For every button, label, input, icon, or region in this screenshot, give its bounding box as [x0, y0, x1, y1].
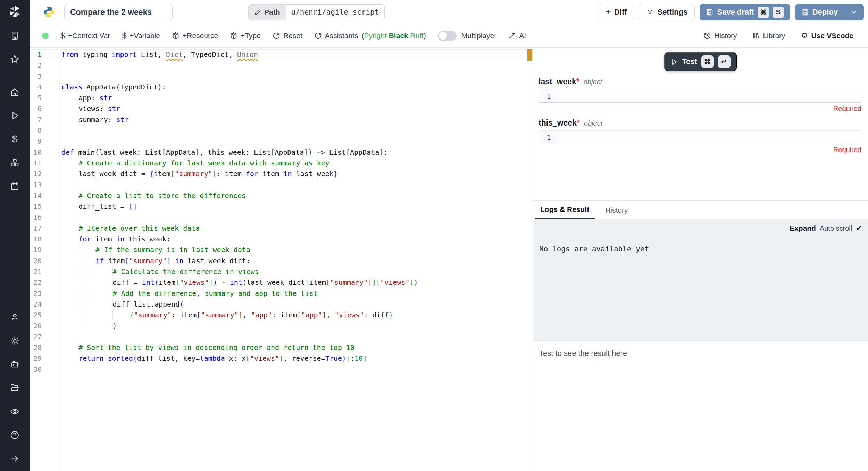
path-group[interactable]: Path u/henri/agile_script [248, 4, 385, 20]
toggle-knob [439, 32, 447, 40]
logs-section: Expand Auto scroll ✔ No logs are availab… [533, 219, 868, 341]
collapse-arrow-icon[interactable] [7, 451, 23, 466]
folders-folder-icon[interactable] [7, 380, 23, 395]
editor-toolbar: $ +Context Var $ +Variable +Resource +Ty… [30, 24, 868, 48]
autoscroll-label[interactable]: Auto scroll [820, 224, 852, 232]
code-line[interactable]: 21 # Calculate the difference in views [30, 266, 533, 277]
code-line[interactable]: 1from typing import List, Dict, TypedDic… [30, 49, 533, 60]
ruff-status: Ruff [410, 32, 424, 40]
code-line[interactable]: 8 [30, 125, 533, 136]
path-edit-button[interactable]: Path [249, 5, 286, 20]
code-line[interactable]: 16 [30, 212, 533, 223]
code-line[interactable]: 23 # Add the difference, summary and app… [30, 288, 533, 299]
windmill-logo-icon[interactable] [7, 4, 23, 19]
code-line[interactable]: 5 app: str [30, 93, 533, 103]
resources-boxes-icon[interactable] [7, 155, 23, 170]
line-number: 28 [30, 342, 60, 353]
line-number: 6 [30, 103, 60, 114]
script-title-input[interactable]: Compare the 2 weeks [64, 4, 173, 20]
use-vscode-button[interactable]: Use VScode [801, 32, 853, 40]
code-line[interactable]: 4class AppData(TypedDict): [30, 82, 533, 93]
code-line[interactable]: 3 [30, 71, 533, 82]
python-language-icon [43, 6, 55, 18]
autoscroll-checkmark-icon[interactable]: ✔ [856, 224, 862, 232]
tab-history[interactable]: History [600, 201, 633, 219]
code-editor[interactable]: 1from typing import List, Dict, TypedDic… [30, 48, 533, 471]
settings-gear-icon[interactable] [7, 333, 23, 348]
arg-json-input[interactable] [559, 131, 861, 144]
code-line[interactable]: 25 {"summary": item["summary"], "app": i… [30, 310, 533, 320]
code-line[interactable]: 10def main(last_week: List[AppData], thi… [30, 147, 533, 158]
status-dot [42, 33, 49, 39]
overview-ruler-warning-marker [527, 49, 532, 61]
code-line[interactable]: 27 [30, 332, 533, 342]
code-line[interactable]: 6 views: str [30, 103, 533, 114]
line-number: 12 [30, 169, 60, 179]
line-number: 20 [30, 256, 60, 266]
code-line[interactable]: 20 if item["summary"] in last_week_dict: [30, 256, 533, 266]
code-line[interactable]: 9 [30, 136, 533, 147]
assistants-button[interactable]: Assistants [314, 32, 358, 40]
code-area[interactable]: 1from typing import List, Dict, TypedDic… [30, 49, 533, 375]
favorites-star-icon[interactable] [7, 51, 23, 67]
settings-button[interactable]: Settings [639, 4, 695, 20]
arg-json-editor[interactable]: 1 [539, 130, 861, 144]
library-button[interactable]: Library [752, 32, 785, 40]
test-panel: Test ⌘ ↵ last_week* object 1 Required [533, 48, 868, 471]
code-line[interactable]: 14 # Create a list to store the differen… [30, 190, 533, 201]
runs-play-icon[interactable] [7, 108, 23, 123]
code-line[interactable]: 26 ) [30, 320, 533, 331]
line-number: 4 [30, 82, 60, 93]
code-line[interactable]: 29 return sorted(diff_list, key=lambda x… [30, 353, 533, 364]
ai-button[interactable]: AI [508, 32, 526, 40]
tab-logs-result[interactable]: Logs & Result [535, 201, 595, 219]
code-line[interactable]: 7 summary: str [30, 114, 533, 125]
sidebar: $ [0, 0, 30, 471]
code-line[interactable]: 22 diff = int(item["views"]) - int(last_… [30, 277, 533, 288]
code-line[interactable]: 12 last_week_dict = {item["summary"]: it… [30, 169, 533, 179]
enter-key-badge: ↵ [718, 55, 731, 68]
variables-dollar-icon[interactable]: $ [7, 131, 23, 147]
schedules-calendar-icon[interactable] [7, 179, 23, 194]
line-number: 11 [30, 158, 60, 169]
help-question-icon[interactable] [7, 427, 23, 443]
line-number: 25 [30, 310, 60, 320]
code-line[interactable]: 18 for item in this_week: [30, 234, 533, 245]
multiplayer-toggle[interactable] [438, 31, 457, 41]
line-number: 30 [30, 364, 60, 375]
required-badge: Required [539, 146, 861, 154]
line-number: 13 [30, 180, 60, 190]
arg-type: object [584, 119, 602, 127]
add-variable-button[interactable]: $ +Variable [122, 31, 160, 41]
deploy-button[interactable]: Deploy [795, 4, 864, 20]
code-line[interactable]: 11 # Create a dictionary for last_week d… [30, 158, 533, 169]
audit-eye-icon[interactable] [7, 404, 23, 419]
diff-button[interactable]: ± Diff [599, 4, 634, 20]
save-draft-button[interactable]: Save draft ⌘ S [700, 4, 790, 20]
arg-json-input[interactable] [559, 89, 861, 102]
code-line[interactable]: 13 [30, 180, 533, 190]
add-type-button[interactable]: +Type [230, 32, 261, 40]
expand-button[interactable]: Expand [790, 224, 816, 232]
test-button[interactable]: Test ⌘ ↵ [664, 52, 737, 71]
history-button[interactable]: History [703, 32, 737, 40]
package-icon [230, 32, 237, 40]
reset-button[interactable]: Reset [273, 32, 302, 40]
arg-line-number: 1 [539, 89, 559, 102]
code-line[interactable]: 15 diff_list = [] [30, 201, 533, 212]
add-resource-button[interactable]: +Resource [172, 32, 218, 40]
line-number: 16 [30, 212, 60, 223]
code-line[interactable]: 17 # Iterate over this_week data [30, 223, 533, 234]
arg-json-editor[interactable]: 1 [539, 89, 861, 103]
line-number: 17 [30, 223, 60, 234]
workers-robot-icon[interactable] [7, 357, 23, 372]
add-context-var-button[interactable]: $ +Context Var [60, 31, 110, 41]
code-line[interactable]: 2 [30, 60, 533, 71]
code-line[interactable]: 19 # If the summary is in last_week data [30, 245, 533, 255]
home-icon[interactable] [7, 84, 23, 100]
workspace-building-icon[interactable] [7, 28, 23, 43]
code-line[interactable]: 24 diff_list.append( [30, 299, 533, 310]
code-line[interactable]: 30 [30, 364, 533, 375]
code-line[interactable]: 28 # Sort the list by views in descendin… [30, 342, 533, 353]
account-person-icon[interactable] [7, 309, 23, 325]
